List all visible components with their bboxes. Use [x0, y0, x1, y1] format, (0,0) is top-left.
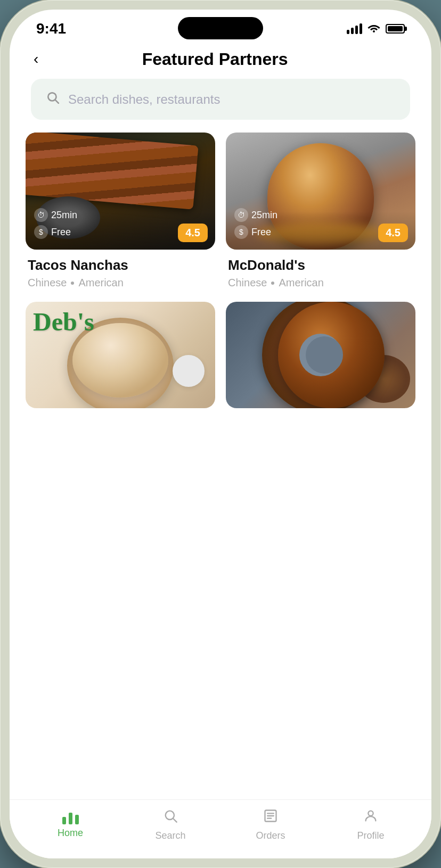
- mcdonalds-delivery: Free: [251, 227, 271, 238]
- mcdonalds-card-info: McDonald's Chinese American: [226, 257, 415, 289]
- phone-screen: 9:41 ‹ Feature: [10, 10, 431, 858]
- signal-bar-1: [347, 30, 349, 34]
- orders-icon: [263, 808, 278, 827]
- restaurant-row-1: ⏱ 25min $ Free 4.5: [26, 133, 415, 289]
- search-nav-icon: [163, 808, 178, 827]
- tacos-card-info: Tacos Nanchas Chinese American: [26, 257, 215, 289]
- tacos-rating: 4.5: [178, 224, 208, 242]
- nav-orders[interactable]: Orders: [220, 808, 321, 841]
- mcdonalds-card-overlay: ⏱ 25min $ Free 4.5: [226, 202, 415, 250]
- status-icons: [347, 22, 405, 36]
- pasta-food-image: Deb's: [26, 302, 215, 408]
- mcdonalds-tags: Chinese American: [228, 277, 413, 289]
- restaurant-card-donuts[interactable]: [226, 302, 415, 416]
- home-bar-1: [62, 817, 66, 824]
- profile-icon: [363, 808, 378, 827]
- search-container: Search dishes, restaurants: [10, 79, 431, 133]
- restaurant-row-2: Deb's: [26, 302, 415, 416]
- donuts-image-wrap: [226, 302, 415, 408]
- tacos-time-row: ⏱ 25min: [34, 208, 207, 222]
- mcdonalds-tag-2: American: [279, 277, 323, 289]
- dollar-icon-2: $: [234, 225, 248, 239]
- home-icon: [62, 808, 79, 824]
- tacos-image-wrap: ⏱ 25min $ Free 4.5: [26, 133, 215, 250]
- clock-icon-2: ⏱: [234, 208, 248, 222]
- tacos-name: Tacos Nanchas: [28, 257, 213, 274]
- tacos-time-item: ⏱ 25min: [34, 208, 77, 222]
- profile-label: Profile: [357, 830, 384, 841]
- tacos-delivery-item: $ Free: [34, 225, 71, 239]
- nav-search[interactable]: Search: [120, 808, 220, 841]
- restaurant-card-debs[interactable]: Deb's: [26, 302, 215, 416]
- signal-bar-3: [355, 26, 358, 34]
- mcdonalds-image-wrap: ⏱ 25min $ Free 4.5: [226, 133, 415, 250]
- search-icon: [46, 90, 60, 108]
- tacos-delivery: Free: [51, 227, 71, 238]
- signal-bar-2: [351, 28, 354, 34]
- wifi-icon: [368, 22, 380, 36]
- search-bar[interactable]: Search dishes, restaurants: [31, 79, 410, 120]
- status-time: 9:41: [36, 20, 66, 37]
- header: ‹ Featured Partners: [10, 43, 431, 79]
- svg-line-3: [173, 819, 176, 822]
- home-bar-2: [69, 813, 72, 824]
- orders-label: Orders: [256, 830, 285, 841]
- dot-separator: [71, 282, 74, 285]
- mcdonalds-name: McDonald's: [228, 257, 413, 274]
- tacos-card-overlay: ⏱ 25min $ Free 4.5: [26, 202, 215, 250]
- signal-icon: [347, 23, 362, 34]
- svg-point-8: [368, 811, 373, 816]
- clock-icon: ⏱: [34, 208, 48, 222]
- bottom-nav: Home Search: [10, 799, 431, 858]
- nav-profile[interactable]: Profile: [321, 808, 421, 841]
- battery-icon: [386, 24, 405, 34]
- dynamic-island: [178, 17, 263, 39]
- search-placeholder-text: Search dishes, restaurants: [68, 92, 220, 107]
- tacos-tag-2: American: [78, 277, 123, 289]
- battery-fill: [388, 26, 403, 31]
- restaurant-card-mcdonalds[interactable]: ⏱ 25min $ Free 4.5: [226, 133, 415, 289]
- tacos-time: 25min: [51, 210, 77, 221]
- tacos-tags: Chinese American: [28, 277, 213, 289]
- dot-separator-2: [271, 282, 274, 285]
- phone-frame: 9:41 ‹ Feature: [0, 0, 441, 868]
- mcdonalds-tag-1: Chinese: [228, 277, 267, 289]
- restaurant-card-tacos[interactable]: ⏱ 25min $ Free 4.5: [26, 133, 215, 289]
- mcdonalds-time: 25min: [251, 210, 277, 221]
- search-label: Search: [155, 830, 185, 841]
- back-button[interactable]: ‹: [31, 48, 41, 70]
- mcdonalds-time-row: ⏱ 25min: [234, 208, 407, 222]
- signal-bar-4: [360, 23, 362, 34]
- debs-image-wrap: Deb's: [26, 302, 215, 408]
- home-label: Home: [58, 828, 83, 839]
- tacos-tag-1: Chinese: [28, 277, 67, 289]
- home-bar-3: [75, 815, 79, 824]
- nav-home[interactable]: Home: [20, 808, 120, 841]
- mcdonalds-rating: 4.5: [378, 224, 408, 242]
- mcdonalds-delivery-item: $ Free: [234, 225, 271, 239]
- restaurant-grid: ⏱ 25min $ Free 4.5: [10, 133, 431, 799]
- dollar-icon: $: [34, 225, 48, 239]
- svg-line-1: [55, 100, 59, 103]
- donut-food-image: [226, 302, 415, 408]
- page-title: Featured Partners: [41, 49, 389, 69]
- mcdonalds-time-item: ⏱ 25min: [234, 208, 277, 222]
